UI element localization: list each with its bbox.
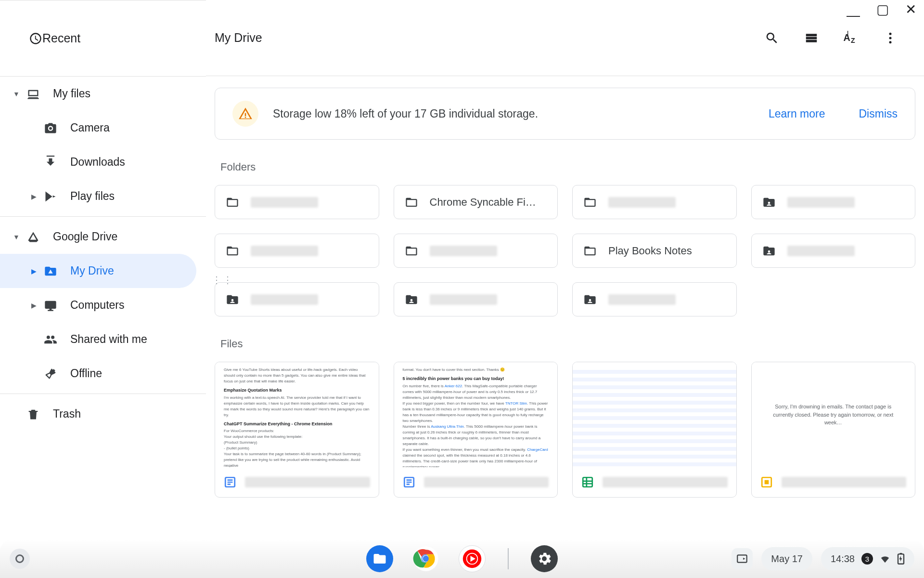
sidebar-item-my-drive[interactable]: ▶ My Drive bbox=[0, 254, 196, 288]
shared-folder-icon bbox=[583, 293, 597, 306]
file-card[interactable]: Give me 6 YouTube Shorts ideas about use… bbox=[215, 362, 379, 498]
sidebar-item-trash[interactable]: ▶ Trash bbox=[0, 397, 206, 431]
drag-handle-icon[interactable]: ⋮⋮ bbox=[212, 277, 234, 282]
date-label: May 17 bbox=[771, 553, 803, 565]
chrome-app-icon[interactable] bbox=[412, 545, 439, 572]
folder-icon bbox=[226, 244, 239, 258]
folder-name: Play Books Notes bbox=[608, 245, 692, 257]
folder-card[interactable]: Play Books Notes bbox=[572, 234, 737, 268]
folder-name bbox=[430, 294, 497, 305]
svg-text:A: A bbox=[843, 32, 850, 42]
folder-name bbox=[251, 246, 318, 256]
folder-card[interactable] bbox=[572, 282, 737, 316]
chevron-right-icon[interactable]: ▶ bbox=[29, 302, 38, 309]
recent-label: Recent bbox=[42, 31, 80, 45]
folder-card[interactable] bbox=[394, 234, 558, 268]
google-drive-icon bbox=[26, 230, 40, 244]
offline-label: Offline bbox=[70, 367, 102, 380]
sort-az-icon: AZ bbox=[843, 31, 859, 45]
time-label: 14:38 bbox=[831, 553, 855, 565]
folder-name bbox=[251, 197, 318, 208]
folder-card[interactable] bbox=[394, 282, 558, 316]
search-button[interactable] bbox=[757, 24, 786, 53]
folder-card[interactable] bbox=[572, 185, 737, 219]
youtube-music-app-icon[interactable] bbox=[459, 545, 486, 572]
chevron-down-icon[interactable]: ▼ bbox=[12, 90, 21, 98]
sidebar-item-camera[interactable]: ▶ Camera bbox=[0, 111, 206, 145]
download-icon bbox=[43, 155, 58, 170]
sidebar-item-play-files[interactable]: ▶ Play files bbox=[0, 179, 206, 213]
banner-message: Storage low 18% left of your 17 GB indiv… bbox=[273, 107, 735, 120]
google-drive-label: Google Drive bbox=[53, 230, 117, 243]
my-drive-icon bbox=[43, 264, 58, 278]
chevron-down-icon[interactable]: ▼ bbox=[12, 233, 21, 241]
divider bbox=[0, 216, 206, 217]
folder-icon bbox=[583, 244, 597, 258]
settings-app-icon[interactable] bbox=[531, 545, 558, 572]
system-tray: May 17 14:38 3 bbox=[732, 547, 914, 570]
storage-banner: Storage low 18% left of your 17 GB indiv… bbox=[215, 88, 915, 140]
phone-hub-button[interactable] bbox=[732, 548, 753, 569]
launcher-icon bbox=[15, 554, 24, 563]
sidebar-item-downloads[interactable]: ▶ Downloads bbox=[0, 145, 206, 179]
shared-folder-icon bbox=[226, 293, 239, 306]
more-vert-icon bbox=[883, 31, 898, 45]
main-pane: My Drive AZ Storage low 18% left of your… bbox=[206, 0, 924, 530]
divider bbox=[0, 394, 206, 394]
file-name-bar bbox=[394, 467, 558, 497]
chevron-right-icon[interactable]: ▶ bbox=[29, 267, 38, 275]
folder-icon bbox=[226, 196, 239, 209]
shelf: May 17 14:38 3 bbox=[0, 539, 924, 578]
page-title: My Drive bbox=[215, 31, 262, 45]
play-store-icon bbox=[43, 189, 58, 204]
sidebar-item-google-drive[interactable]: ▼ Google Drive bbox=[0, 220, 206, 254]
sidebar-item-offline[interactable]: ▶ Offline bbox=[0, 356, 206, 391]
maximize-icon[interactable]: ▢ bbox=[876, 3, 889, 16]
list-view-icon bbox=[804, 31, 819, 45]
files-app-icon[interactable] bbox=[366, 545, 393, 572]
shared-folder-icon bbox=[762, 244, 776, 258]
more-options-button[interactable] bbox=[876, 24, 905, 53]
view-toggle-button[interactable] bbox=[797, 24, 826, 53]
launcher-button[interactable] bbox=[10, 549, 30, 569]
folder-card[interactable] bbox=[215, 185, 379, 219]
folder-icon bbox=[405, 196, 418, 209]
recent-header[interactable]: Recent bbox=[0, 0, 206, 77]
chevron-right-icon[interactable]: ▶ bbox=[29, 193, 38, 200]
file-name-bar bbox=[752, 467, 915, 497]
sort-button[interactable]: AZ bbox=[836, 24, 865, 53]
sidebar-item-computers[interactable]: ▶ Computers bbox=[0, 288, 206, 322]
window-controls: — ▢ ✕ bbox=[847, 3, 916, 16]
folder-name bbox=[430, 246, 497, 256]
folder-card[interactable] bbox=[215, 234, 379, 268]
warning-icon bbox=[232, 101, 258, 127]
laptop-icon bbox=[26, 87, 40, 101]
play-files-label: Play files bbox=[70, 190, 115, 203]
date-pill[interactable]: May 17 bbox=[761, 547, 812, 570]
shelf-apps bbox=[366, 545, 558, 572]
sidebar-item-my-files[interactable]: ▼ My files bbox=[0, 77, 206, 111]
my-drive-label: My Drive bbox=[70, 264, 114, 277]
folders-label: Folders bbox=[220, 161, 915, 173]
folder-card[interactable] bbox=[751, 185, 916, 219]
minimize-icon[interactable]: — bbox=[847, 9, 860, 22]
main-header: My Drive AZ bbox=[206, 0, 924, 76]
folder-card[interactable] bbox=[751, 234, 916, 268]
file-card[interactable] bbox=[572, 362, 737, 498]
folder-icon bbox=[405, 244, 418, 258]
camera-icon bbox=[43, 121, 58, 135]
shared-icon bbox=[43, 332, 58, 347]
sidebar-item-shared-with-me[interactable]: ▶ Shared with me bbox=[0, 322, 206, 356]
offline-pin-icon bbox=[43, 367, 58, 381]
folder-card[interactable] bbox=[215, 282, 379, 316]
close-icon[interactable]: ✕ bbox=[905, 3, 916, 16]
status-pill[interactable]: 14:38 3 bbox=[821, 547, 914, 570]
files-label: Files bbox=[220, 338, 915, 350]
learn-more-link[interactable]: Learn more bbox=[769, 107, 825, 120]
wifi-icon bbox=[880, 553, 890, 564]
computers-icon bbox=[43, 298, 58, 313]
file-card[interactable]: Sorry, I'm drowning in emails. The conta… bbox=[751, 362, 916, 498]
file-card[interactable]: format. You don't have to cover this nex… bbox=[394, 362, 558, 498]
folder-card[interactable]: Chrome Syncable Fi… bbox=[394, 185, 558, 219]
dismiss-link[interactable]: Dismiss bbox=[859, 107, 898, 120]
